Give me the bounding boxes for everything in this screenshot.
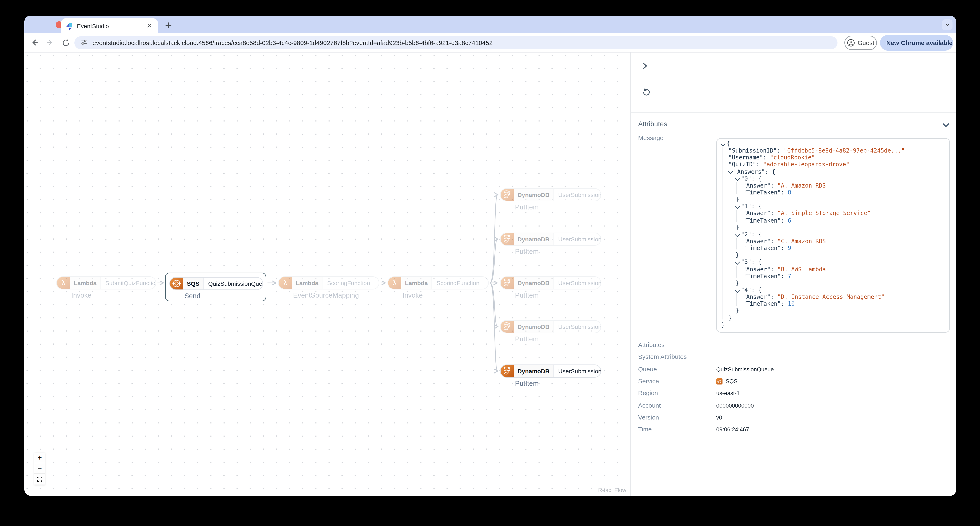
node-resource-label: QuizSubmissionQueue (204, 277, 262, 290)
node-service-label: Lambda (292, 277, 323, 289)
node-action-label: Invoke (402, 291, 423, 299)
zoom-in-button[interactable]: + (34, 453, 45, 463)
json-line[interactable]: "0": { (717, 175, 950, 182)
json-line: "Username": "cloudRookie" (717, 154, 950, 161)
attribute-label-service: Service (638, 377, 659, 386)
message-label: Message (638, 134, 663, 141)
node-service-label: Lambda (401, 277, 432, 289)
node-resource-label: UserSubmissions (554, 365, 601, 377)
flow-node-lambda-2[interactable]: λLambdaScoringFunctionEventSourceMapping (274, 273, 383, 301)
json-line: "Answer": "A. Amazon RDS" (717, 182, 950, 189)
reload-icon[interactable] (60, 38, 71, 48)
back-icon[interactable] (29, 38, 40, 48)
node-resource-label: ScoringFunction (432, 277, 488, 289)
flow-node-lambda-0[interactable]: λLambdaSubmitQuizFunctionInvoke (52, 273, 160, 301)
site-settings-icon[interactable] (81, 37, 88, 48)
json-indent-guide (736, 293, 737, 306)
json-line[interactable]: "4": { (717, 286, 950, 293)
zoom-out-button[interactable]: − (34, 463, 45, 474)
svg-text:λ: λ (283, 279, 287, 287)
canvas-controls: + − (34, 453, 45, 485)
json-line[interactable]: "2": { (717, 231, 950, 237)
page-content: λLambdaSubmitQuizFunctionInvokeSQSQuizSu… (24, 53, 956, 496)
node-pill[interactable]: λLambdaScoringFunction (388, 276, 489, 290)
forward-icon[interactable] (45, 38, 55, 48)
tab-search-chevron-icon[interactable] (942, 19, 953, 30)
json-line: "Answer": "C. Amazon RDS" (717, 237, 950, 244)
node-resource-label: UserSubmissions (554, 277, 601, 289)
tab-close-icon[interactable] (145, 21, 154, 30)
json-collapse-chevron-icon[interactable] (735, 287, 740, 292)
json-line[interactable]: "1": { (717, 203, 950, 210)
attribute-value-queue: QuizSubmissionQueue (716, 365, 774, 374)
node-service-label: DynamoDB (514, 365, 554, 377)
json-line: "QuizID": "adorable-leopards-drove" (717, 161, 950, 168)
json-line: "Answer": "A. Simple Storage Service" (717, 210, 950, 217)
chrome-update-button[interactable]: New Chrome available (880, 35, 953, 51)
json-indent-guide (729, 175, 730, 312)
details-panel: Attributes Message {"SubmissionID": "6ff… (631, 53, 956, 496)
attribute-label-attributes[interactable]: Attributes (638, 341, 665, 349)
guest-button[interactable]: Guest (845, 35, 877, 50)
json-line: } (717, 307, 950, 314)
flow-canvas[interactable]: λLambdaSubmitQuizFunctionInvokeSQSQuizSu… (24, 53, 631, 496)
json-collapse-chevron-icon[interactable] (721, 141, 725, 146)
node-pill[interactable]: DynamoDBUserSubmissions (500, 320, 601, 333)
node-action-label: PutItem (515, 203, 539, 211)
flow-node-dynamodb-6[interactable]: DynamoDBUserSubmissionsPutItem (496, 273, 605, 301)
json-line: "Answer": "B. AWS Lambda" (717, 266, 950, 273)
json-line[interactable]: "Answers": { (717, 168, 950, 175)
node-pill[interactable]: DynamoDBUserSubmissions (500, 365, 601, 378)
node-pill[interactable]: DynamoDBUserSubmissions (500, 233, 601, 246)
flow-node-dynamodb-4[interactable]: DynamoDBUserSubmissionsPutItem (496, 185, 605, 213)
node-resource-label: SubmitQuizFunction (101, 277, 156, 289)
json-collapse-chevron-icon[interactable] (728, 169, 732, 174)
node-pill[interactable]: λLambdaScoringFunction (278, 276, 379, 290)
json-line[interactable]: { (717, 140, 950, 147)
new-tab-button[interactable] (163, 20, 173, 30)
json-line: } (717, 279, 950, 286)
node-pill[interactable]: λLambdaSubmitQuizFunction (56, 276, 156, 290)
collapse-panel-icon[interactable] (641, 61, 649, 70)
json-line: "TimeTaken": 10 (717, 300, 950, 307)
json-line[interactable]: "3": { (717, 258, 950, 265)
browser-tab[interactable]: EventStudio (60, 18, 158, 33)
fit-view-button[interactable] (34, 474, 45, 485)
flow-node-lambda-3[interactable]: λLambdaScoringFunctionInvoke (384, 273, 493, 301)
node-pill[interactable]: DynamoDBUserSubmissions (500, 188, 601, 201)
url-text: eventstudio.localhost.localstack.cloud:4… (92, 39, 493, 46)
svg-text:λ: λ (393, 279, 397, 287)
attribute-value-account: 000000000000 (716, 401, 754, 410)
node-resource-label: UserSubmissions (554, 321, 601, 333)
attribute-label-system-attributes[interactable]: System Attributes (638, 353, 687, 362)
guest-label: Guest (858, 39, 874, 46)
node-pill[interactable]: SQSQuizSubmissionQueue (169, 277, 263, 290)
node-service-label: DynamoDB (514, 189, 554, 201)
json-collapse-chevron-icon[interactable] (735, 231, 740, 236)
json-line: "TimeTaken": 9 (717, 244, 950, 251)
json-collapse-chevron-icon[interactable] (735, 176, 740, 181)
dynamodb-icon (501, 189, 514, 201)
node-service-label: DynamoDB (514, 277, 554, 289)
attribute-label-account: Account (638, 401, 661, 410)
refresh-icon[interactable] (642, 88, 651, 97)
node-action-label: PutItem (515, 335, 539, 343)
flow-node-dynamodb-8[interactable]: DynamoDBUserSubmissionsPutItem (496, 361, 605, 389)
url-bar[interactable]: eventstudio.localhost.localstack.cloud:4… (75, 36, 837, 49)
lambda-icon: λ (279, 277, 292, 289)
flow-node-dynamodb-7[interactable]: DynamoDBUserSubmissionsPutItem (496, 316, 605, 345)
json-collapse-chevron-icon[interactable] (735, 260, 740, 264)
json-line: "TimeTaken": 7 (717, 273, 950, 279)
update-label: New Chrome available (886, 39, 953, 46)
node-pill[interactable]: DynamoDBUserSubmissions (500, 276, 601, 290)
flow-node-dynamodb-5[interactable]: DynamoDBUserSubmissionsPutItem (496, 229, 605, 258)
message-json-viewer[interactable]: {"SubmissionID": "6ffdcbc5-8e8d-4a82-97e… (716, 138, 950, 333)
json-collapse-chevron-icon[interactable] (735, 204, 740, 209)
attribute-value-service: SQS (716, 377, 738, 386)
flow-node-sqs-1[interactable]: SQSQuizSubmissionQueueSend (165, 273, 266, 301)
json-indent-guide (736, 266, 737, 277)
attributes-section-header[interactable]: Attributes (638, 120, 667, 128)
json-line: "TimeTaken": 8 (717, 189, 950, 196)
node-resource-label: ScoringFunction (323, 277, 379, 289)
chevron-down-icon[interactable] (942, 121, 950, 129)
